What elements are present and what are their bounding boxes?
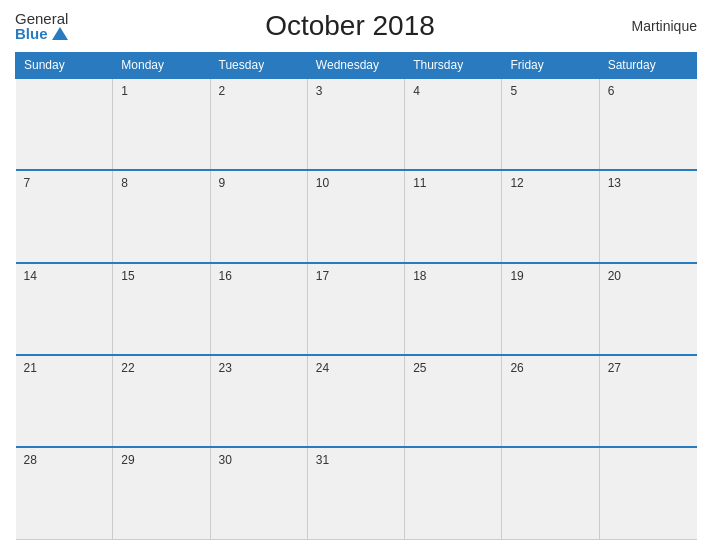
day-number: 2 [219,84,226,98]
day-cell: 29 [113,447,210,539]
day-number: 10 [316,176,329,190]
day-number: 26 [510,361,523,375]
day-cell: 8 [113,170,210,262]
day-number: 15 [121,269,134,283]
day-number: 22 [121,361,134,375]
day-number: 29 [121,453,134,467]
day-cell: 14 [16,263,113,355]
day-cell: 21 [16,355,113,447]
day-cell: 16 [210,263,307,355]
day-number: 8 [121,176,128,190]
day-cell: 15 [113,263,210,355]
day-number: 14 [24,269,37,283]
logo-triangle-icon [52,27,68,40]
day-number: 1 [121,84,128,98]
day-cell: 18 [405,263,502,355]
day-cell [405,447,502,539]
logo-blue-section: Blue [15,26,68,41]
day-number: 6 [608,84,615,98]
day-number: 31 [316,453,329,467]
day-cell: 27 [599,355,696,447]
day-number: 21 [24,361,37,375]
day-cell: 4 [405,78,502,170]
day-header-row: SundayMondayTuesdayWednesdayThursdayFrid… [16,53,697,79]
logo-general-text: General [15,11,68,26]
day-number: 23 [219,361,232,375]
day-number: 28 [24,453,37,467]
day-cell: 22 [113,355,210,447]
day-number: 17 [316,269,329,283]
day-header-monday: Monday [113,53,210,79]
day-cell: 9 [210,170,307,262]
calendar-table: SundayMondayTuesdayWednesdayThursdayFrid… [15,52,697,540]
day-cell: 25 [405,355,502,447]
day-cell: 17 [307,263,404,355]
week-row-4: 28293031 [16,447,697,539]
day-number: 11 [413,176,426,190]
day-cell: 10 [307,170,404,262]
day-header-saturday: Saturday [599,53,696,79]
day-cell: 12 [502,170,599,262]
day-cell [502,447,599,539]
day-cell: 28 [16,447,113,539]
week-row-1: 78910111213 [16,170,697,262]
day-cell: 1 [113,78,210,170]
week-row-2: 14151617181920 [16,263,697,355]
day-cell: 24 [307,355,404,447]
calendar-header: General Blue October 2018 Martinique [15,10,697,42]
day-cell: 5 [502,78,599,170]
day-header-wednesday: Wednesday [307,53,404,79]
day-cell: 7 [16,170,113,262]
day-number: 9 [219,176,226,190]
region-label: Martinique [632,18,697,34]
day-cell [16,78,113,170]
logo: General Blue [15,11,68,41]
day-header-sunday: Sunday [16,53,113,79]
week-row-3: 21222324252627 [16,355,697,447]
day-number: 3 [316,84,323,98]
day-cell: 11 [405,170,502,262]
day-cell: 23 [210,355,307,447]
day-cell: 20 [599,263,696,355]
day-header-tuesday: Tuesday [210,53,307,79]
month-title: October 2018 [265,10,435,42]
day-cell: 26 [502,355,599,447]
day-number: 18 [413,269,426,283]
day-number: 4 [413,84,420,98]
day-cell: 6 [599,78,696,170]
day-number: 25 [413,361,426,375]
day-number: 30 [219,453,232,467]
day-number: 7 [24,176,31,190]
day-number: 19 [510,269,523,283]
day-number: 13 [608,176,621,190]
day-header-friday: Friday [502,53,599,79]
day-cell: 3 [307,78,404,170]
day-cell: 19 [502,263,599,355]
day-cell: 13 [599,170,696,262]
day-number: 20 [608,269,621,283]
day-number: 24 [316,361,329,375]
day-number: 12 [510,176,523,190]
week-row-0: 123456 [16,78,697,170]
day-cell: 31 [307,447,404,539]
day-number: 27 [608,361,621,375]
day-header-thursday: Thursday [405,53,502,79]
day-cell: 2 [210,78,307,170]
day-cell [599,447,696,539]
day-cell: 30 [210,447,307,539]
day-number: 5 [510,84,517,98]
day-number: 16 [219,269,232,283]
logo-blue-text: Blue [15,26,48,41]
